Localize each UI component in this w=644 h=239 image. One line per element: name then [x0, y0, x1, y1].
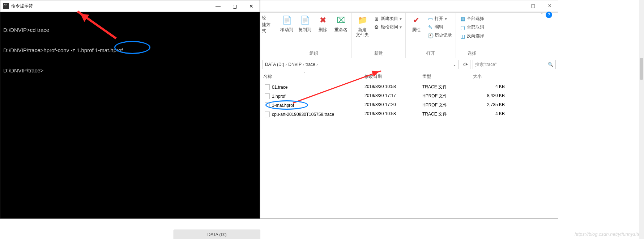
cmd-title: 命令提示符 [11, 3, 210, 9]
col-size[interactable]: 大小 [470, 71, 513, 83]
ribbon-group-organize: 📄 移动到 📄 复制到 ✖ 删除 ⌧ 重命名 组织 [276, 13, 352, 58]
cmd-icon [3, 3, 9, 9]
file-row[interactable]: 01.trace 2019/8/30 10:58 TRACE 文件 4 KB [260, 83, 558, 92]
annotation-blue-ellipse-icon [265, 100, 308, 110]
rename-icon: ⌧ [336, 15, 346, 26]
search-icon: 🔍 [548, 62, 553, 67]
new-folder-button[interactable]: 📁 新建 文件夹 [355, 15, 370, 37]
select-all-icon: ▦ [460, 16, 465, 22]
crumb-data-d[interactable]: DATA (D:) [265, 62, 287, 67]
col-name[interactable]: 名称˄ [260, 71, 362, 83]
address-bar: DATA (D:) DNVIP trace ⌄ ⟳ 搜索"trace" 🔍 [260, 58, 558, 71]
select-none-button[interactable]: ▢全部取消 [459, 24, 485, 31]
ribbon-group-open: ✔ 属性 ▭打开▾ ✎编辑 🕘历史记录 打开 [406, 13, 456, 58]
annotation-blue-ellipse-icon [114, 41, 150, 54]
easy-access-icon: ⚙ [374, 24, 379, 30]
close-button[interactable]: ✕ [541, 0, 558, 11]
cmd-line-1: D:\DNVIP>cd trace [3, 27, 49, 33]
watermark-text: https://blog.csdn.net/ytfunnysite [575, 231, 640, 237]
ribbon-group-select: ▦全部选择 ▢全部取消 ◫反向选择 选择 [456, 13, 488, 58]
invert-selection-icon: ◫ [460, 33, 465, 39]
help-icon[interactable]: ? [546, 12, 552, 18]
file-row[interactable]: cpu-art-20190830T105758.trace 2019/8/30 … [260, 110, 558, 119]
edit-icon: ✎ [427, 24, 433, 30]
edit-button[interactable]: ✎编辑 [427, 23, 453, 31]
delete-icon: ✖ [317, 15, 328, 26]
file-row[interactable]: 1.hprof 2019/8/30 17:17 HPROF 文件 8,420 K… [260, 92, 558, 101]
search-placeholder: 搜索"trace" [475, 62, 496, 68]
drive-tab[interactable]: DATA (D:) [174, 230, 260, 239]
crumb-trace[interactable]: trace [306, 62, 318, 67]
maximize-button[interactable]: ▢ [226, 0, 243, 12]
sort-asc-icon: ˄ [304, 71, 306, 75]
refresh-button[interactable]: ⟳ [461, 60, 470, 69]
move-to-button[interactable]: 📄 移动到 [279, 15, 294, 32]
search-input[interactable]: 搜索"trace" 🔍 [473, 60, 556, 69]
delete-button[interactable]: ✖ 删除 [315, 15, 330, 32]
ribbon: 经 捷方式 📄 移动到 📄 复制到 ✖ 删除 [260, 13, 558, 58]
col-type[interactable]: 类型 [419, 71, 470, 83]
properties-button[interactable]: ✔ 属性 [409, 15, 424, 32]
close-button[interactable]: ✕ [243, 0, 260, 12]
ribbon-collapse-icon[interactable]: ˄ [541, 12, 543, 17]
copy-to-icon: 📄 [299, 15, 310, 26]
easy-access-button[interactable]: ⚙ 轻松访问▾ [373, 23, 402, 31]
new-item-icon: 🗎 [374, 16, 379, 22]
column-headers: 名称˄ 修改日期 类型 大小 [260, 71, 558, 83]
page-scrollbar[interactable] [639, 0, 644, 239]
col-date[interactable]: 修改日期 [362, 71, 419, 83]
copy-to-button[interactable]: 📄 复制到 [297, 15, 312, 32]
chevron-down-icon[interactable]: ⌄ [453, 62, 456, 67]
invert-selection-button[interactable]: ◫反向选择 [459, 32, 485, 40]
scrollbar-thumb[interactable] [640, 58, 643, 80]
cmd-titlebar[interactable]: 命令提示符 — ▢ ✕ [0, 0, 260, 12]
file-icon [265, 112, 270, 117]
file-icon [265, 93, 270, 99]
minimize-button[interactable]: — [508, 0, 525, 11]
command-prompt-window: 命令提示符 — ▢ ✕ D:\DNVIP>cd trace D:\DNVIP\t… [0, 0, 260, 219]
new-item-button[interactable]: 🗎 新建项目▾ [373, 15, 402, 22]
annotation-red-arrow-icon [77, 11, 117, 39]
maximize-button[interactable]: ▢ [525, 0, 541, 11]
ribbon-truncated-text: 经 [262, 15, 266, 21]
open-button[interactable]: ▭打开▾ [427, 15, 453, 22]
rename-button[interactable]: ⌧ 重命名 [333, 15, 349, 32]
ribbon-group-new: 📁 新建 文件夹 🗎 新建项目▾ ⚙ 轻松访问▾ 新建 [352, 13, 406, 58]
history-icon: 🕘 [427, 33, 433, 38]
folder-icon: 📁 [357, 15, 368, 26]
chevron-down-icon: ▾ [400, 25, 402, 30]
cmd-line-3: D:\DNVIP\trace> [3, 67, 43, 74]
cmd-line-2: D:\DNVIP\trace>hprof-conv -z 1.hprof 1-m… [3, 47, 123, 53]
history-button[interactable]: 🕘历史记录 [427, 32, 453, 39]
breadcrumb[interactable]: DATA (D:) DNVIP trace ⌄ [263, 60, 459, 69]
open-icon: ▭ [427, 16, 433, 22]
minimize-button[interactable]: — [210, 0, 226, 12]
properties-icon: ✔ [411, 15, 422, 26]
ribbon-truncated-text: 捷方式 [262, 22, 273, 34]
move-to-icon: 📄 [281, 15, 292, 26]
select-all-button[interactable]: ▦全部选择 [459, 15, 485, 22]
explorer-chrome: — ▢ ✕ [260, 0, 558, 11]
file-list: 名称˄ 修改日期 类型 大小 01.trace 2019/8/30 10:58 … [260, 71, 558, 119]
file-explorer-window: — ▢ ✕ ˄ ? 经 捷方式 📄 移动到 📄 [260, 0, 558, 219]
chevron-down-icon: ▾ [400, 16, 402, 21]
select-none-icon: ▢ [460, 25, 465, 30]
file-icon [265, 84, 270, 90]
crumb-dnvip[interactable]: DNVIP [288, 62, 304, 67]
cmd-body[interactable]: D:\DNVIP>cd trace D:\DNVIP\trace>hprof-c… [0, 12, 260, 109]
